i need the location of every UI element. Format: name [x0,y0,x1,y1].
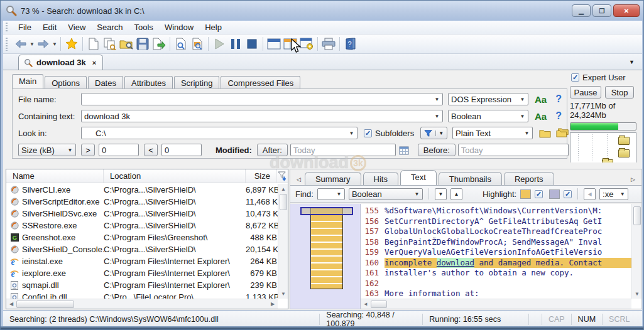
highlight-yellow-checkbox[interactable]: ✓ [535,190,543,198]
containing-text-type-select[interactable]: Boolean▼ [448,110,528,122]
chevron-down-icon[interactable]: ▼ [67,147,73,153]
tab-text[interactable]: Text [400,170,437,185]
preview-image-icon[interactable] [189,36,205,52]
chevron-down-icon[interactable]: ▼ [524,130,530,136]
list-horizontal-scrollbar[interactable]: ◀ ▶ [6,299,278,309]
tab-close-icon[interactable]: × [90,59,96,67]
after-button[interactable]: After: [257,144,288,156]
pause-search-icon[interactable] [227,36,244,52]
text-vertical-scrollbar[interactable]: ▼ [631,204,641,299]
print-icon[interactable] [320,36,337,52]
tab-reports[interactable]: Reports [504,172,554,185]
menu-file[interactable]: File [13,21,37,33]
column-location[interactable]: Location [104,169,246,183]
start-search-icon[interactable] [211,36,227,52]
back-icon[interactable] [13,36,29,52]
tabs-scroll-left-icon[interactable]: ◁ [293,176,305,185]
favorites-star-icon[interactable] [63,36,80,52]
file-name-type-select[interactable]: DOS Expression▼ [448,93,528,105]
menu-window[interactable]: Window [159,21,199,33]
layout-window-icon[interactable] [266,36,282,52]
tab-thumbnails[interactable]: Thumbnails [439,172,502,185]
search-match-link[interactable]: download [437,258,474,269]
before-button[interactable]: Before: [418,144,456,156]
find-previous-icon[interactable]: ▲ [450,188,462,200]
text-horizontal-scrollbar[interactable]: ◀ [361,299,631,309]
table-row[interactable]: SilverCLI.exe C:\Progra...\SilverSHielD\… [6,184,278,196]
tab-main[interactable]: Main [12,74,43,88]
list-filter-funnel-icon[interactable] [277,169,288,183]
before-date-input[interactable]: Today [458,144,569,156]
subfolders-checkbox[interactable]: ✓ [364,129,372,137]
table-row[interactable]: eiexplore.exe C:\Program Files\Internet … [6,267,278,279]
scroll-right-icon[interactable]: ▶ [268,299,278,309]
layout-options-icon[interactable] [298,36,315,52]
export-icon[interactable] [151,36,167,52]
title-bar[interactable]: 73 % - Search: download 3k in C:\ ▁ ❐ ✕ [1,1,644,21]
tab-attributes[interactable]: Attributes [124,76,173,88]
open-search-icon[interactable] [118,36,134,52]
containing-text-input[interactable]: download 3k▼ [81,110,443,122]
menu-tools[interactable]: Tools [129,21,159,33]
tab-options[interactable]: Options [45,76,87,88]
file-name-case-icon[interactable]: Aa [535,94,547,105]
pause-button[interactable]: Pause [570,86,601,98]
highlight-color-yellow[interactable] [520,189,531,199]
tabs-scroll-right-icon[interactable]: ▷ [627,176,639,185]
stop-search-icon[interactable] [244,36,260,52]
size-selector[interactable]: Size (kB)▼ [18,144,76,156]
after-calendar-icon[interactable] [399,146,409,155]
toolbar-gripper[interactable] [6,38,8,51]
chevron-down-icon[interactable]: ▼ [619,191,625,197]
highlight-color-lavender[interactable] [549,189,560,199]
size-max-input[interactable]: 0 [161,144,202,156]
copy-search-icon[interactable] [102,36,118,52]
size-lt-button[interactable]: < [144,144,158,156]
scroll-left-icon[interactable]: ◀ [6,299,16,309]
chevron-down-icon[interactable]: ▼ [434,114,440,119]
highlight-lavender-checkbox[interactable]: ✓ [564,190,572,198]
table-row[interactable]: SilverSHielD_Console... C:\Progra...\Sil… [6,243,278,255]
find-input[interactable]: ▼ [317,188,345,200]
find-next-icon[interactable]: ▼ [435,188,447,200]
extension-filter-select[interactable]: :xe▼ [599,188,628,200]
table-row[interactable]: SilverSHielDSvc.exe C:\Progra...\SilverS… [6,208,278,220]
menu-gripper[interactable] [6,23,8,32]
preview-document-icon[interactable] [173,36,189,52]
scroll-up-icon[interactable]: ▲ [278,184,288,194]
layout-split-icon[interactable] [282,36,298,52]
scroll-left-icon[interactable]: ◀ [361,299,371,309]
close-button[interactable]: ✕ [613,4,640,17]
forward-dropdown-icon[interactable]: ▼ [52,36,58,52]
browse-folders-icon[interactable] [556,128,569,138]
column-size[interactable]: Size [246,169,277,183]
forward-icon[interactable] [35,36,52,52]
save-icon[interactable] [134,36,151,52]
table-row[interactable]: GGreenshot.exe C:\Program Files\Greensho… [6,232,278,243]
look-in-input[interactable]: C:\▼ [81,127,357,139]
ext-prev-icon[interactable]: ◀ [584,188,596,200]
find-mode-select[interactable]: Boolean▼ [349,188,423,200]
size-min-input[interactable]: 0 [99,144,139,156]
browse-folder-icon[interactable] [539,129,551,138]
menu-help[interactable]: Help [199,21,227,33]
menu-edit[interactable]: Edit [37,21,62,33]
minimize-button[interactable]: ▁ [572,4,591,17]
new-search-icon[interactable] [85,36,102,52]
after-date-input[interactable]: Today [290,144,396,156]
text-view[interactable]: 155%dSoftware\Microsoft\Windows\CurrentV… [361,204,641,309]
look-in-type-select[interactable]: Plain Text▼ [452,127,533,139]
chevron-down-icon[interactable]: ▼ [435,130,444,136]
tab-scripting[interactable]: Scripting [174,76,220,88]
tab-list-dropdown-icon[interactable]: ▼ [629,59,635,65]
back-dropdown-icon[interactable]: ▼ [29,36,35,52]
tab-compressed-files[interactable]: Compressed Files [221,76,300,88]
menu-search[interactable]: Search [91,21,128,33]
tab-hits[interactable]: Hits [363,172,398,185]
minimap-viewport[interactable] [300,207,353,215]
list-vertical-scrollbar[interactable]: ▲ ▼ [278,184,288,299]
expert-user-checkbox[interactable]: ✓ [571,73,579,82]
scroll-down-icon[interactable]: ▼ [278,289,288,299]
file-name-input[interactable]: ▼ [81,93,443,105]
chevron-down-icon[interactable]: ▼ [349,130,354,136]
